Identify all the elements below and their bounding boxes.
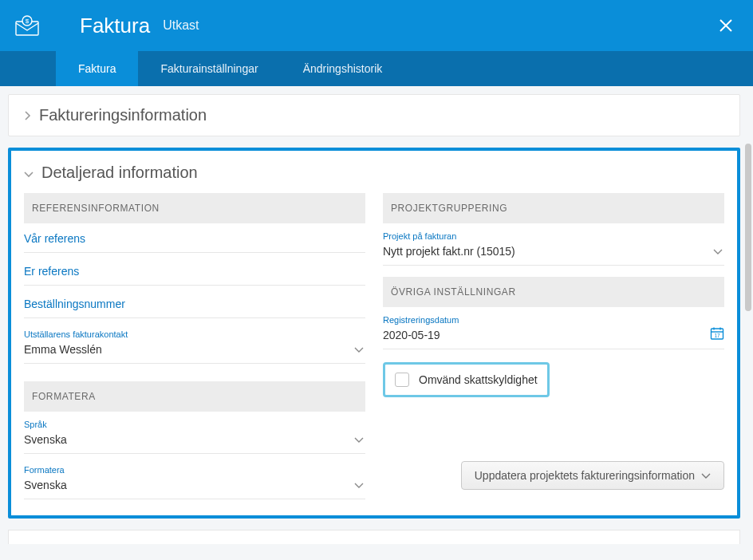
page-status: Utkast <box>163 18 199 33</box>
registration-date-label: Registreringsdatum <box>383 315 724 325</box>
page-title: Faktura <box>80 14 150 38</box>
issuer-contact-field[interactable]: Utställarens fakturakontakt Emma Wesslén <box>24 329 365 364</box>
reference-section-header: REFERENSINFORMATION <box>24 193 365 223</box>
registration-date-field[interactable]: Registreringsdatum 2020-05-19 17 <box>383 315 724 349</box>
detailed-info-header[interactable]: Detaljerad information <box>24 164 724 182</box>
issuer-contact-label: Utställarens fakturakontakt <box>24 329 365 339</box>
scrollbar-thumb[interactable] <box>745 144 751 311</box>
svg-text:$: $ <box>26 18 30 25</box>
chevron-down-icon <box>354 342 364 357</box>
right-column: PROJEKTGRUPPERING Projekt på fakturan Ny… <box>383 193 724 499</box>
invoice-envelope-icon: $ <box>14 13 40 38</box>
language-field[interactable]: Språk Svenska <box>24 420 365 454</box>
tab-fakturainstallningar[interactable]: Fakturainställningar <box>138 51 280 86</box>
our-reference-label: Vår referens <box>24 232 85 245</box>
chevron-down-icon <box>354 478 364 492</box>
order-number-label: Beställningsnummer <box>24 298 125 310</box>
your-reference-field[interactable]: Er referens <box>24 264 365 286</box>
project-on-invoice-field[interactable]: Projekt på fakturan Nytt projekt fakt.nr… <box>383 231 724 266</box>
chevron-down-icon <box>701 469 711 482</box>
next-card-peek <box>8 530 740 544</box>
format-section-header: FORMATERA <box>24 381 365 412</box>
our-reference-field[interactable]: Vår referens <box>24 231 365 253</box>
tab-bar: Faktura Fakturainställningar Ändringshis… <box>0 51 753 86</box>
project-label: Projekt på fakturan <box>383 231 724 241</box>
scrollbar[interactable] <box>745 86 751 560</box>
title-bar: $ Faktura Utkast <box>0 0 753 51</box>
registration-date-value: 2020-05-19 <box>383 329 440 341</box>
detailed-info-card: Detaljerad information REFERENSINFORMATI… <box>8 148 740 519</box>
chevron-right-icon <box>23 106 31 124</box>
reverse-charge-checkbox[interactable]: Omvänd skattskyldighet <box>383 362 550 397</box>
issuer-contact-value: Emma Wesslén <box>24 343 102 356</box>
checkbox-icon <box>395 373 409 387</box>
project-value: Nytt projekt fakt.nr (15015) <box>383 245 515 258</box>
close-icon[interactable] <box>713 13 739 38</box>
chevron-down-icon <box>713 244 723 258</box>
project-section-header: PROJEKTGRUPPERING <box>383 193 724 223</box>
language-value: Svenska <box>24 433 67 446</box>
update-project-billing-button[interactable]: Uppdatera projektets faktureringsinforma… <box>461 461 724 490</box>
left-column: REFERENSINFORMATION Vår referens Er refe… <box>24 193 365 499</box>
tab-faktura[interactable]: Faktura <box>56 51 138 86</box>
reverse-charge-label: Omvänd skattskyldighet <box>419 373 538 386</box>
format-field[interactable]: Formatera Svenska <box>24 465 365 499</box>
format-value: Svenska <box>24 479 67 491</box>
calendar-icon[interactable]: 17 <box>710 326 724 344</box>
order-number-field[interactable]: Beställningsnummer <box>24 297 365 318</box>
your-reference-label: Er referens <box>24 265 79 278</box>
update-button-label: Uppdatera projektets faktureringsinforma… <box>475 469 695 482</box>
format-label: Formatera <box>24 465 365 475</box>
tab-andringshistorik[interactable]: Ändringshistorik <box>281 51 405 86</box>
chevron-down-icon <box>354 432 364 447</box>
detailed-info-title: Detaljerad information <box>41 164 198 182</box>
svg-text:17: 17 <box>714 333 720 338</box>
billing-info-title: Faktureringsinformation <box>39 106 207 124</box>
language-label: Språk <box>24 420 365 429</box>
chevron-down-icon <box>24 164 34 182</box>
other-settings-section-header: ÖVRIGA INSTÄLLNINGAR <box>383 277 724 307</box>
billing-info-card[interactable]: Faktureringsinformation <box>8 94 740 136</box>
